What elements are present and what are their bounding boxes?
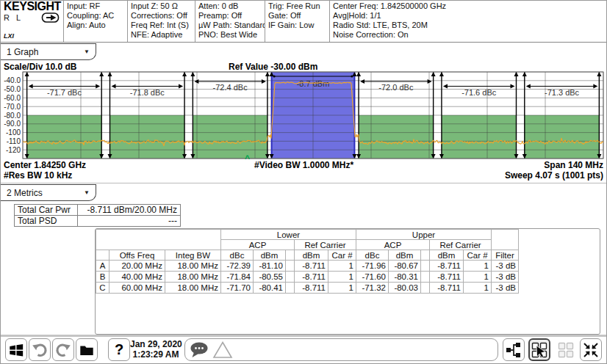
graph-window-selector[interactable]: 1 Graph ▼ [1, 43, 96, 60]
result-cell: -3 dB [492, 272, 519, 283]
help-button[interactable]: ? [108, 338, 130, 361]
windows-logo-icon [8, 342, 24, 358]
result-cell: -8.711 [295, 283, 328, 294]
table-row: C60.00 MHz18.00 MHz-71.70-80.41-8.7111-7… [96, 283, 519, 294]
table-row: B40.00 MHz18.00 MHz-71.84-80.55-8.7111-7… [96, 272, 519, 283]
windows-start-button[interactable] [5, 338, 27, 361]
screen-select-button[interactable] [528, 338, 550, 361]
status-header: KEYSIGHT R L LXI Input: RFCoupling: ACAl… [1, 1, 607, 43]
result-cell: -80.31 [389, 272, 421, 283]
svg-text:-60.0: -60.0 [4, 94, 21, 102]
result-cell: 18.00 MHz [165, 283, 221, 294]
result-cell [421, 261, 430, 272]
graph-window-selector-label: 1 Graph [7, 47, 38, 57]
blank-cell [492, 230, 519, 250]
header-status-line: Noise Correction: On [333, 30, 605, 40]
svg-text:-110: -110 [7, 137, 21, 145]
header-status-line: Gate: Off [268, 11, 326, 21]
header-status-line: Align: Auto [67, 21, 124, 30]
video-bw-annotation: #Video BW 1.0000 MHz* [254, 160, 353, 170]
column-header: dBc [221, 250, 254, 261]
center-freq-annotation: Center 1.84250 GHz [4, 160, 86, 170]
header-impedance-settings: Input Z: 50 ΩCorrections: OffFreq Ref: I… [128, 1, 195, 42]
offset-row-label: A [96, 261, 109, 272]
brand-cell: KEYSIGHT R L LXI [1, 1, 64, 42]
lxi-indicator: LXI [4, 32, 14, 41]
result-cell: 1 [328, 283, 356, 294]
speech-bubble-icon [189, 341, 209, 359]
result-cell: -71.96 [356, 261, 389, 272]
sweep-annotation: Sweep 4.07 s (1001 pts) [505, 170, 603, 181]
result-cell: -80.03 [389, 283, 421, 294]
header-status-line: Atten: 0 dB [198, 1, 262, 11]
layout-tree-button[interactable] [503, 338, 525, 361]
header-status-line: IF Gain: Low [268, 21, 326, 30]
svg-text:-71.3 dBc: -71.3 dBc [545, 88, 580, 97]
result-cell: -71.84 [221, 272, 254, 283]
collapse-view-button[interactable] [580, 338, 602, 361]
screen-select-hand-icon [531, 341, 548, 359]
header-status-line: Freq Ref: Int (S) [131, 21, 192, 30]
header-measurement-settings: Center Freq: 1.842500000 GHzAvg|Hold: 1/… [330, 1, 607, 42]
column-header: dBm [389, 250, 421, 261]
column-header: dBm [254, 250, 286, 261]
result-cell: -8.711 [295, 272, 328, 283]
header-input-settings: Input: RFCoupling: ACAlign: Auto [64, 1, 128, 42]
chevron-down-icon: ▼ [84, 48, 90, 55]
result-cell: -3 dB [492, 283, 519, 294]
folder-icon [79, 342, 95, 358]
result-cell: 1 [464, 261, 492, 272]
result-cell: -71.60 [356, 272, 389, 283]
undo-button[interactable] [29, 338, 51, 361]
header-status-line: NFE: Adaptive [131, 30, 192, 40]
result-cell [286, 261, 295, 272]
header-status-line: Avg|Hold: 1/1 [333, 11, 605, 21]
result-cell: 18.00 MHz [165, 272, 221, 283]
result-cell: -8.711 [430, 272, 464, 283]
instrument-screen: KEYSIGHT R L LXI Input: RFCoupling: ACAl… [0, 0, 607, 364]
offset-row-label: C [96, 283, 109, 294]
message-area[interactable] [184, 338, 498, 361]
lower-group-header: Lower [221, 230, 356, 240]
date-text: Jan 29, 2020 [130, 339, 182, 349]
header-status-line: PNO: Best Wide [198, 30, 262, 40]
ref-carrier-sub-header: Ref Carrier [430, 240, 492, 250]
warning-triangle-icon [212, 341, 233, 360]
res-bw-annotation: #Res BW 10 kHz [4, 170, 72, 181]
svg-text:-71.8 dBc: -71.8 dBc [130, 88, 165, 97]
table-row: LowerUpper [96, 230, 519, 240]
svg-text:-90.0: -90.0 [4, 120, 21, 128]
header-status-line: Preamp: Off [198, 11, 262, 21]
window-grid-button-disabled [555, 338, 577, 361]
redo-button[interactable] [52, 338, 74, 361]
acp-sub-header: ACP [221, 240, 295, 250]
result-cell: -71.70 [221, 283, 254, 294]
result-cell: -8.711 [430, 261, 464, 272]
table-row: Total PSD --- [15, 216, 181, 227]
svg-text:-71.7 dBc: -71.7 dBc [47, 88, 82, 97]
file-folder-button[interactable] [76, 338, 98, 361]
result-cell: -80.55 [254, 272, 286, 283]
y-axis-ticks: -40.0-50.0-60.0-70.0-80.0-90.0-100-110-1… [4, 76, 21, 153]
svg-text:-50.0: -50.0 [4, 85, 21, 93]
keysight-logo: KEYSIGHT [4, 1, 60, 11]
result-cell: -81.10 [254, 261, 286, 272]
blank-cell [96, 230, 221, 250]
datetime-display: Jan 29, 2020 1:23:29 AM [130, 339, 182, 360]
total-power-table: Total Car Pwr -8.711 dBm/20.00 MHz Total… [14, 204, 181, 227]
chevron-down-icon: ▼ [84, 189, 90, 196]
sitemap-icon [505, 341, 522, 359]
acp-results-table: LowerUpperACPRef CarrierACPRef CarrierOf… [96, 229, 519, 294]
spectrum-graph: -40.0-50.0-60.0-70.0-80.0-90.0-100-110-1… [1, 70, 607, 164]
acp-results-box: LowerUpperACPRef CarrierACPRef CarrierOf… [95, 228, 600, 335]
svg-text:-8.7 dBm: -8.7 dBm [297, 79, 330, 88]
collapse-arrows-icon [582, 341, 600, 359]
table-row: Total Car Pwr -8.711 dBm/20.00 MHz [15, 205, 181, 216]
time-text: 1:23:29 AM [130, 349, 182, 360]
svg-text:-80.0: -80.0 [4, 112, 21, 120]
panel-separator [1, 183, 607, 183]
metrics-window-selector[interactable]: 2 Metrics ▼ [1, 184, 96, 201]
result-cell: 60.00 MHz [109, 283, 165, 294]
redo-icon [54, 341, 72, 359]
header-status-line: Corrections: Off [131, 11, 192, 21]
